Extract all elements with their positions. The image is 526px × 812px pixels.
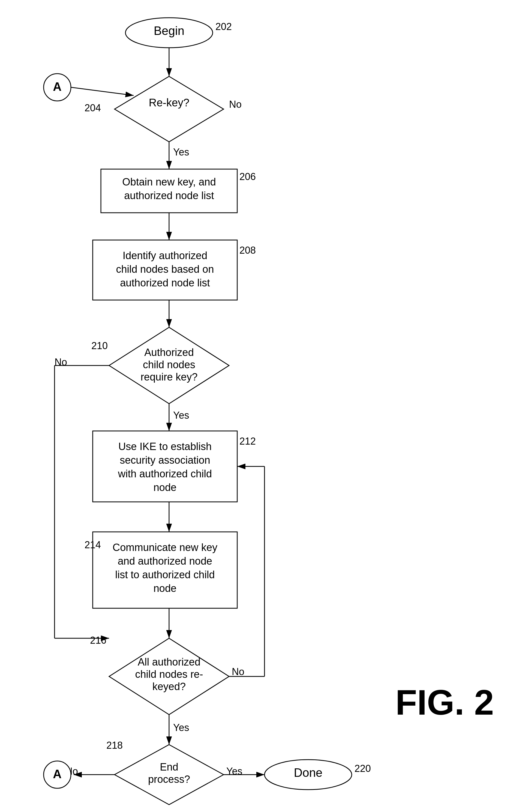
auth-req-label-1: Authorized	[144, 347, 194, 358]
endproc-ref: 218	[106, 740, 123, 751]
auth-req-label-2: child nodes	[143, 359, 195, 371]
allrekey-label-2: child nodes re-	[135, 668, 203, 680]
flowchart-container: Begin 202 A Re-key? 204 No Yes Obtain ne…	[0, 0, 526, 812]
rekey-label: Re-key?	[149, 97, 190, 108]
ike-label-2: security association	[120, 454, 210, 466]
endproc-label-2: process?	[148, 773, 190, 785]
auth-req-label-3: require key?	[141, 371, 198, 383]
allrekey-label-1: All authorized	[138, 656, 201, 668]
endproc-label-1: End	[160, 761, 178, 773]
auth-req-ref: 210	[91, 340, 108, 351]
ike-label-4: node	[154, 482, 177, 493]
identify-label-2: child nodes based on	[116, 263, 214, 275]
rekey-ref: 204	[85, 102, 101, 114]
comm-label-1: Communicate new key	[113, 542, 217, 553]
obtain-label-1: Obtain new key, and	[122, 176, 216, 188]
identify-label-1: Identify authorized	[123, 250, 207, 261]
connector-a2-label: A	[53, 767, 62, 781]
obtain-label-2: authorized node list	[124, 190, 214, 201]
begin-label: Begin	[154, 24, 185, 38]
allrekey-yes-label: Yes	[173, 722, 189, 733]
comm-label-2: and authorized node	[118, 555, 213, 567]
connector-a-label: A	[53, 80, 62, 93]
svg-marker-5	[115, 76, 223, 142]
obtain-ref: 206	[239, 171, 256, 182]
allrekey-ref: 216	[90, 635, 106, 646]
identify-ref: 208	[239, 245, 256, 256]
endproc-yes-label: Yes	[226, 766, 243, 777]
done-ref: 220	[354, 763, 371, 774]
comm-label-4: node	[154, 583, 177, 594]
ike-ref: 212	[239, 436, 256, 447]
allrekey-no-label: No	[232, 666, 244, 677]
allrekey-label-3: keyed?	[152, 681, 186, 692]
auth-yes-label: Yes	[173, 410, 189, 421]
done-label: Done	[294, 766, 322, 779]
rekey-no-label: No	[229, 99, 242, 110]
svg-line-4	[71, 87, 134, 96]
begin-ref: 202	[216, 21, 232, 32]
fig-label: FIG. 2	[395, 682, 494, 722]
identify-label-3: authorized node list	[120, 277, 210, 289]
ike-label-1: Use IKE to establish	[118, 441, 211, 452]
rekey-yes-label: Yes	[173, 146, 189, 158]
comm-ref: 214	[85, 539, 101, 550]
comm-label-3: list to authorized child	[115, 569, 215, 580]
auth-no-label: No	[55, 357, 67, 368]
ike-label-3: with authorized child	[118, 468, 212, 479]
